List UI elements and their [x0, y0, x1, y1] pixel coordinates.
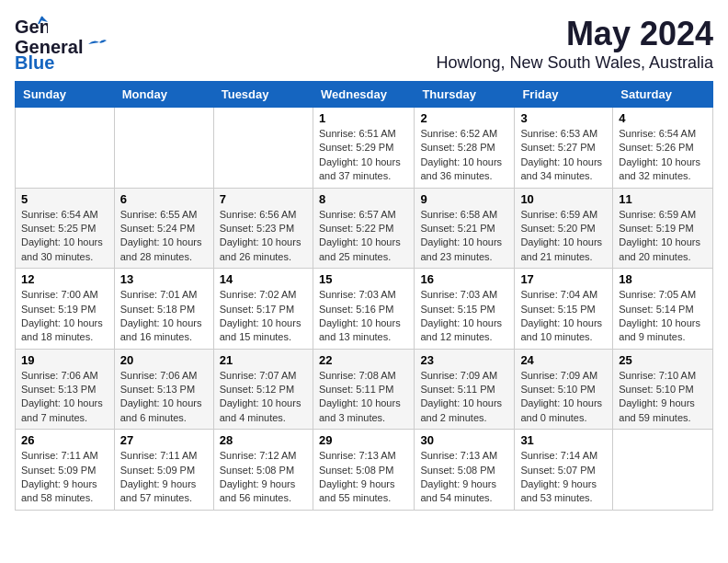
calendar-cell: 4Sunrise: 6:54 AMSunset: 5:26 PMDaylight… — [613, 108, 713, 189]
day-info: Sunrise: 6:53 AMSunset: 5:27 PMDaylight:… — [520, 127, 607, 184]
day-info-line: Sunset: 5:08 PM — [420, 465, 495, 476]
day-info: Sunrise: 7:11 AMSunset: 5:09 PMDaylight:… — [21, 449, 108, 506]
day-info-line: Sunset: 5:08 PM — [220, 465, 294, 476]
day-info-line: Sunrise: 6:53 AM — [520, 128, 597, 139]
day-info-line: Daylight: 10 hours — [21, 397, 103, 408]
calendar-cell — [613, 430, 713, 511]
day-number: 25 — [619, 353, 707, 367]
calendar-cell: 18Sunrise: 7:05 AMSunset: 5:14 PMDayligh… — [613, 269, 713, 350]
day-info-line: Daylight: 10 hours — [220, 236, 301, 247]
day-info-line: and 16 minutes. — [120, 331, 192, 342]
day-info: Sunrise: 6:55 AMSunset: 5:24 PMDaylight:… — [120, 208, 208, 265]
day-info-line: Daylight: 10 hours — [319, 317, 401, 328]
day-info-line: Daylight: 10 hours — [420, 317, 502, 328]
calendar-cell: 9Sunrise: 6:58 AMSunset: 5:21 PMDaylight… — [415, 188, 515, 269]
day-info-line: and 57 minutes. — [120, 492, 192, 503]
page-header: General General Blue May 2024 Howlong, N… — [15, 15, 713, 74]
day-info-line: and 58 minutes. — [21, 492, 93, 503]
col-header-tuesday: Tuesday — [213, 82, 313, 108]
day-info-line: Sunset: 5:23 PM — [220, 223, 294, 234]
day-info-line: Daylight: 9 hours — [520, 478, 597, 489]
day-info-line: Sunrise: 6:51 AM — [319, 128, 396, 139]
calendar-cell: 12Sunrise: 7:00 AMSunset: 5:19 PMDayligh… — [16, 269, 115, 350]
day-info-line: Sunset: 5:18 PM — [120, 304, 195, 315]
day-number: 2 — [420, 111, 508, 125]
day-info-line: Daylight: 10 hours — [619, 236, 700, 247]
calendar-cell — [114, 108, 213, 189]
day-info: Sunrise: 6:58 AMSunset: 5:21 PMDaylight:… — [420, 208, 508, 265]
day-info-line: Sunrise: 7:09 AM — [420, 370, 497, 381]
bird-icon — [86, 37, 107, 52]
day-info-line: Sunset: 5:13 PM — [21, 384, 96, 395]
day-info-line: and 21 minutes. — [520, 251, 592, 262]
calendar-week-2: 12Sunrise: 7:00 AMSunset: 5:19 PMDayligh… — [16, 269, 713, 350]
calendar-cell — [213, 108, 313, 189]
day-info-line: Sunset: 5:29 PM — [319, 142, 393, 153]
col-header-wednesday: Wednesday — [313, 82, 414, 108]
day-info-line: and 6 minutes. — [120, 412, 187, 423]
day-info-line: and 20 minutes. — [619, 251, 690, 262]
day-info-line: Sunset: 5:11 PM — [319, 384, 393, 395]
day-info-line: Sunset: 5:07 PM — [520, 465, 595, 476]
day-info-line: and 26 minutes. — [220, 251, 291, 262]
day-info-line: Daylight: 10 hours — [319, 156, 401, 167]
calendar-cell: 25Sunrise: 7:10 AMSunset: 5:10 PMDayligh… — [613, 349, 713, 430]
day-info-line: and 12 minutes. — [420, 331, 492, 342]
calendar-cell: 13Sunrise: 7:01 AMSunset: 5:18 PMDayligh… — [114, 269, 213, 350]
day-number: 21 — [220, 353, 307, 367]
day-info: Sunrise: 6:59 AMSunset: 5:20 PMDaylight:… — [520, 208, 607, 265]
calendar-cell: 23Sunrise: 7:09 AMSunset: 5:11 PMDayligh… — [415, 349, 515, 430]
calendar-table: SundayMondayTuesdayWednesdayThursdayFrid… — [15, 81, 713, 511]
day-info-line: and 56 minutes. — [220, 492, 291, 503]
day-info-line: Sunrise: 7:05 AM — [619, 289, 696, 300]
day-info-line: Sunset: 5:17 PM — [220, 304, 294, 315]
logo: General General Blue — [15, 15, 107, 74]
day-info-line: and 4 minutes. — [220, 412, 286, 423]
day-info-line: Sunrise: 6:56 AM — [220, 209, 297, 220]
day-info: Sunrise: 6:51 AMSunset: 5:29 PMDaylight:… — [319, 127, 408, 184]
day-info: Sunrise: 6:56 AMSunset: 5:23 PMDaylight:… — [220, 208, 307, 265]
day-info-line: and 9 minutes. — [619, 331, 685, 342]
day-number: 19 — [21, 353, 108, 367]
day-info-line: Daylight: 9 hours — [420, 478, 496, 489]
day-info-line: Sunset: 5:12 PM — [220, 384, 294, 395]
day-info-line: Sunrise: 7:11 AM — [21, 450, 98, 461]
day-number: 14 — [220, 272, 307, 286]
day-info-line: Sunrise: 6:54 AM — [21, 209, 98, 220]
page-subtitle: Howlong, New South Wales, Australia — [437, 53, 713, 73]
calendar-cell: 17Sunrise: 7:04 AMSunset: 5:15 PMDayligh… — [515, 269, 613, 350]
day-info-line: Daylight: 10 hours — [420, 236, 502, 247]
calendar-cell: 2Sunrise: 6:52 AMSunset: 5:28 PMDaylight… — [415, 108, 515, 189]
day-info-line: Daylight: 10 hours — [420, 397, 502, 408]
day-info-line: Sunset: 5:15 PM — [420, 304, 495, 315]
calendar-cell: 3Sunrise: 6:53 AMSunset: 5:27 PMDaylight… — [515, 108, 613, 189]
day-info-line: and 13 minutes. — [319, 331, 391, 342]
day-info-line: Daylight: 10 hours — [619, 156, 700, 167]
day-info-line: Sunset: 5:24 PM — [120, 223, 195, 234]
day-info-line: and 2 minutes. — [420, 412, 486, 423]
day-info: Sunrise: 6:52 AMSunset: 5:28 PMDaylight:… — [420, 127, 508, 184]
day-info-line: Sunset: 5:21 PM — [420, 223, 495, 234]
day-info-line: Daylight: 9 hours — [319, 478, 395, 489]
day-info-line: Sunset: 5:11 PM — [420, 384, 495, 395]
day-info-line: Daylight: 9 hours — [120, 478, 197, 489]
day-info-line: and 32 minutes. — [619, 170, 690, 181]
day-info: Sunrise: 7:09 AMSunset: 5:11 PMDaylight:… — [420, 369, 508, 426]
col-header-thursday: Thursday — [415, 82, 515, 108]
day-info: Sunrise: 7:08 AMSunset: 5:11 PMDaylight:… — [319, 369, 408, 426]
day-number: 31 — [520, 433, 607, 447]
day-info-line: Sunrise: 6:58 AM — [420, 209, 497, 220]
day-info: Sunrise: 7:06 AMSunset: 5:13 PMDaylight:… — [120, 369, 208, 426]
day-info: Sunrise: 7:03 AMSunset: 5:16 PMDaylight:… — [319, 288, 408, 345]
day-info: Sunrise: 7:13 AMSunset: 5:08 PMDaylight:… — [319, 449, 408, 506]
day-info-line: Daylight: 10 hours — [120, 397, 202, 408]
day-info-line: and 10 minutes. — [520, 331, 592, 342]
calendar-cell: 6Sunrise: 6:55 AMSunset: 5:24 PMDaylight… — [114, 188, 213, 269]
col-header-friday: Friday — [515, 82, 613, 108]
day-info-line: Sunrise: 6:59 AM — [619, 209, 696, 220]
day-info-line: and 54 minutes. — [420, 492, 492, 503]
day-info: Sunrise: 6:59 AMSunset: 5:19 PMDaylight:… — [619, 208, 707, 265]
day-number: 24 — [520, 353, 607, 367]
day-info: Sunrise: 7:04 AMSunset: 5:15 PMDaylight:… — [520, 288, 607, 345]
calendar-cell: 8Sunrise: 6:57 AMSunset: 5:22 PMDaylight… — [313, 188, 414, 269]
